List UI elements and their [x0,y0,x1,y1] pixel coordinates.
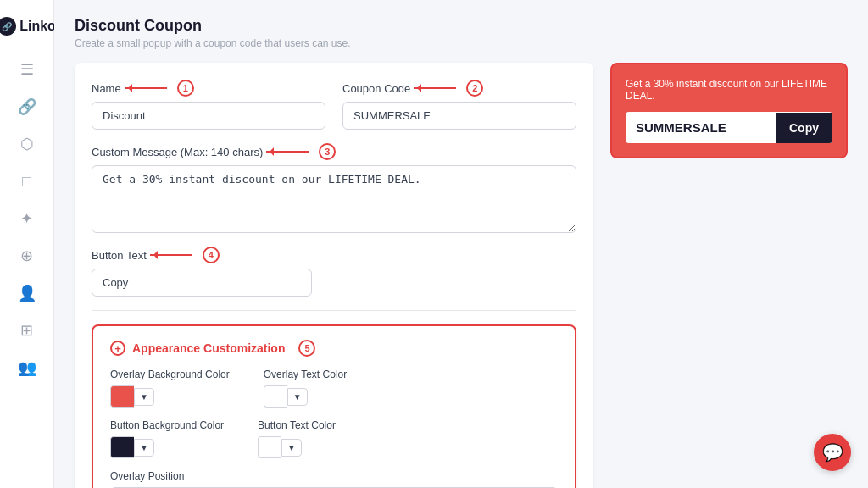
coupon-code-group: Coupon Code 2 [342,80,576,130]
annotation-1: 1 [177,80,194,97]
button-text-input[interactable] [92,269,312,297]
page-title: Discount Coupon [75,17,848,35]
coupon-code-label: Coupon Code [342,82,410,95]
appearance-section: + Appearance Customization 5 Overlay Bac… [92,324,576,488]
overlay-bg-picker[interactable]: ▼ [110,385,230,408]
overlay-text-group: Overlay Text Color ▼ [264,369,347,408]
sidebar-item-world[interactable]: ⊕ [10,239,44,273]
button-text-swatch[interactable] [258,436,281,458]
arrow-4 [150,254,192,256]
annotation-4: 4 [203,247,220,263]
form-row-1: Name 1 Coupon Code 2 [92,80,576,130]
arrow-1 [125,87,167,89]
button-text-label: Button Text Color [258,419,336,431]
annotation-3: 3 [319,143,336,160]
arrow-2 [414,87,456,89]
logo-icon: 🔗 [0,17,16,36]
coupon-preview: Get a 30% instant discount on our LIFETI… [610,63,848,158]
sidebar-item-dots[interactable]: ✦ [10,202,44,236]
button-bg-swatch[interactable] [110,436,134,458]
custom-message-input[interactable]: Get a 30% instant discount on our LIFETI… [92,165,576,233]
page-icon: □ [22,173,31,191]
main-content: Discount Coupon Create a small popup wit… [54,0,868,488]
custom-message-group: Custom Message (Max: 140 chars) 3 Get a … [92,143,576,233]
color-row-1: Overlay Background Color ▼ Overlay Text … [110,369,558,408]
preview-card: Get a 30% instant discount on our LIFETI… [610,63,848,488]
overlay-position-group: Overlay Position Bottom Left Bottom Righ… [110,470,558,488]
sidebar-item-user[interactable]: 👤 [10,276,44,310]
name-input[interactable] [92,102,326,130]
sidebar: 🔗 Linko ☰ 🔗 ⬡ □ ✦ ⊕ 👤 ⊞ 👥 [0,0,54,488]
overlay-text-swatch[interactable] [264,385,287,408]
sidebar-item-users[interactable]: 👥 [10,351,44,385]
globe-icon: ⬡ [20,135,34,153]
appearance-title: Appearance Customization [132,341,285,355]
coupon-code-input[interactable] [342,102,576,130]
coupon-preview-text: Get a 30% instant discount on our LIFETI… [626,78,832,102]
report-icon: ⊞ [20,321,33,340]
overlay-position-label: Overlay Position [110,470,558,482]
overlay-text-label: Overlay Text Color [264,369,347,380]
button-text-label: Button Text [92,249,147,262]
overlay-text-dropdown[interactable]: ▼ [287,388,308,406]
sidebar-item-report[interactable]: ⊞ [10,313,44,347]
users-icon: 👥 [18,358,36,377]
app-name: Linko [19,19,56,34]
link-icon: 🔗 [18,97,36,116]
button-text-picker[interactable]: ▼ [258,436,336,458]
overlay-text-picker[interactable]: ▼ [264,385,347,408]
coupon-code-display: SUMMERSALE [626,112,776,143]
button-text-group: Button Text 4 [92,247,576,297]
appearance-header: + Appearance Customization 5 [110,340,558,357]
page-subtitle: Create a small popup with a coupon code … [75,37,848,49]
name-label: Name [92,82,121,95]
dots-icon: ✦ [20,209,33,228]
button-text-group: Button Text Color ▼ [258,419,336,458]
overlay-bg-dropdown[interactable]: ▼ [134,388,154,406]
button-bg-picker[interactable]: ▼ [110,436,224,458]
plus-circle-icon: + [110,341,125,356]
button-text-dropdown[interactable]: ▼ [281,439,302,457]
overlay-bg-swatch[interactable] [110,385,134,408]
app-logo: 🔗 Linko [0,10,56,49]
custom-message-label: Custom Message (Max: 140 chars) [92,146,263,158]
sidebar-item-link[interactable]: 🔗 [10,90,44,124]
user-icon: 👤 [18,284,36,302]
button-bg-label: Button Background Color [110,419,224,431]
form-section: Name 1 Coupon Code 2 [75,63,593,488]
name-group: Name 1 [92,80,326,130]
coupon-preview-box: SUMMERSALE Copy [626,112,832,143]
arrow-3 [266,151,309,152]
overlay-bg-group: Overlay Background Color ▼ [110,369,230,408]
divider [92,310,576,311]
chat-icon: 💬 [822,442,843,463]
chat-button[interactable]: 💬 [814,434,851,471]
content-area: Name 1 Coupon Code 2 [75,63,848,488]
world-icon: ⊕ [20,247,33,265]
button-bg-dropdown[interactable]: ▼ [134,439,154,457]
color-row-2: Button Background Color ▼ Button Text Co… [110,419,558,458]
sidebar-item-page[interactable]: □ [10,164,44,198]
page-header: Discount Coupon Create a small popup wit… [75,17,848,49]
button-bg-group: Button Background Color ▼ [110,419,224,458]
sidebar-item-globe[interactable]: ⬡ [10,127,44,161]
clipboard-icon: ☰ [20,60,34,79]
annotation-2: 2 [466,80,483,97]
annotation-5: 5 [298,340,315,357]
coupon-copy-button[interactable]: Copy [776,113,832,143]
overlay-bg-label: Overlay Background Color [110,369,230,380]
sidebar-item-clipboard[interactable]: ☰ [10,53,44,86]
